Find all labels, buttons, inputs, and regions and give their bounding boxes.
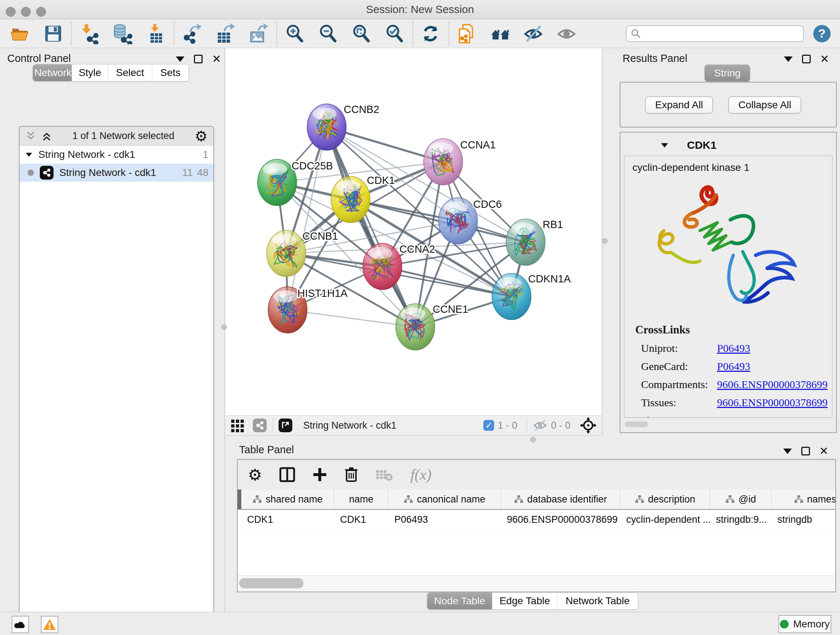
collapse-all-button[interactable]: Collapse All — [728, 96, 801, 114]
import-table-icon — [145, 23, 166, 44]
right-splitter-handle[interactable] — [602, 238, 607, 244]
results-hscroll-thumb[interactable] — [625, 421, 648, 427]
node-CDKN1A[interactable] — [492, 273, 531, 320]
hide-selected-button[interactable] — [523, 23, 544, 44]
cloud-status-button[interactable] — [11, 616, 29, 633]
node-CCNB1[interactable] — [267, 230, 306, 277]
detach-view-button[interactable] — [279, 418, 292, 432]
export-network-button[interactable] — [182, 23, 202, 44]
column-header-shared-name[interactable]: shared name — [241, 489, 334, 509]
crosslinks-title: CrossLinks — [635, 323, 832, 336]
node-RB1[interactable] — [506, 219, 545, 265]
tab-style[interactable]: Style — [72, 65, 108, 81]
expand-all-icon[interactable] — [41, 131, 52, 141]
node-CDC25B[interactable] — [257, 159, 297, 206]
network-node-count: 11 — [182, 167, 193, 179]
open-session-button[interactable] — [9, 23, 30, 44]
column-header-database-identifier[interactable]: database identifier — [501, 489, 621, 509]
network-graph[interactable]: CCNB2CCNA1CDC25BCDK1CDC6RB1CCNB1CCNA2CDK… — [225, 48, 602, 415]
show-all-button[interactable] — [556, 23, 577, 44]
network-row[interactable]: String Network - cdk1 11 48 — [19, 164, 213, 182]
expand-all-button[interactable]: Expand All — [645, 96, 713, 114]
fit-content-target-icon[interactable] — [580, 417, 597, 434]
table-panel-close-button[interactable]: ✕ — [819, 447, 829, 455]
left-splitter-handle[interactable] — [221, 325, 227, 330]
warnings-button[interactable] — [41, 616, 58, 633]
crosslink-genecard-link[interactable]: P06493 — [717, 360, 750, 372]
column-header-label: @id — [738, 494, 756, 505]
zoom-fit-button[interactable] — [351, 23, 372, 44]
show-columns-icon[interactable] — [279, 467, 295, 482]
column-header-description[interactable]: description — [621, 489, 710, 509]
node-CCNB2[interactable] — [307, 104, 346, 150]
table-row[interactable]: CDK1CDK1P064939606.ENSP00000378699cyclin… — [238, 510, 835, 530]
column-header-name[interactable]: name — [334, 489, 388, 509]
node-table-grid[interactable]: shared namenamecanonical namedatabase id… — [238, 489, 835, 570]
network-options-gear-icon[interactable]: ⚙ — [195, 128, 208, 144]
node-label-HIST1H1A: HIST1H1A — [297, 287, 347, 299]
control-panel-close-button[interactable]: ✕ — [212, 55, 221, 63]
node-CDC6[interactable] — [439, 198, 477, 244]
selected-checkbox-icon[interactable]: ✓ — [483, 420, 494, 431]
bottom-splitter-handle[interactable] — [531, 437, 536, 442]
node-CCNA1[interactable] — [424, 139, 463, 185]
control-panel-tabs: NetworkStyleSelectSets — [33, 64, 189, 81]
table-panel-menu-button[interactable] — [783, 448, 792, 454]
zoom-in-icon — [284, 23, 305, 44]
column-header-id[interactable]: @id — [710, 489, 772, 509]
table-panel-float-button[interactable] — [801, 447, 810, 455]
help-button[interactable]: ? — [813, 25, 831, 42]
control-panel-float-button[interactable] — [194, 55, 202, 63]
crosslink-pharos-link[interactable]: P06493 — [717, 415, 750, 418]
cell-description: cyclin-dependent ... — [621, 510, 710, 529]
zoom-selected-button[interactable] — [384, 23, 405, 44]
entry-title: CDK1 — [687, 139, 717, 151]
tab-network[interactable]: Network — [33, 65, 72, 81]
memory-button[interactable]: Memory — [778, 615, 831, 633]
node-CCNE1[interactable] — [396, 304, 435, 350]
import-network-file-button[interactable] — [79, 23, 100, 44]
export-image-button[interactable] — [248, 23, 269, 44]
network-view-canvas[interactable]: CCNB2CCNA1CDC25BCDK1CDC6RB1CCNB1CCNA2CDK… — [225, 48, 602, 415]
birdseye-grid-icon[interactable] — [231, 418, 245, 432]
refresh-view-button[interactable] — [420, 23, 441, 44]
string-badge-icon[interactable] — [253, 418, 267, 432]
save-session-button[interactable] — [43, 23, 64, 44]
tab-edge-table[interactable]: Edge Table — [493, 593, 557, 609]
first-neighbors-button[interactable] — [490, 23, 511, 44]
table-panel: Table Panel ✕ ⚙ — [225, 436, 840, 612]
network-collection-row[interactable]: String Network - cdk1 1 — [19, 146, 213, 164]
toolbar-search[interactable] — [626, 25, 804, 42]
tab-node-table[interactable]: Node Table — [427, 593, 493, 609]
collection-expand-icon[interactable] — [26, 153, 32, 157]
crosslink-compartments-link[interactable]: 9606.ENSP00000378699 — [717, 378, 828, 391]
table-options-gear-icon[interactable]: ⚙ — [248, 466, 262, 484]
column-header-namespace[interactable]: namespace — [772, 489, 835, 509]
node-CDK1[interactable] — [331, 176, 370, 223]
column-header-canonical-name[interactable]: canonical name — [388, 489, 501, 509]
delete-column-trash-icon[interactable] — [344, 467, 358, 483]
entry-collapse-icon[interactable] — [661, 143, 668, 147]
search-input[interactable] — [645, 27, 799, 40]
node-label-CDKN1A: CDKN1A — [528, 273, 571, 285]
zoom-in-button[interactable] — [284, 23, 305, 44]
add-column-icon[interactable] — [313, 467, 327, 482]
crosslink-uniprot-link[interactable]: P06493 — [717, 342, 750, 355]
results-panel-menu-button[interactable] — [784, 57, 793, 62]
import-table-file-button[interactable] — [145, 23, 166, 44]
tab-network-table[interactable]: Network Table — [557, 593, 638, 609]
import-network-database-button[interactable] — [112, 23, 133, 44]
control-panel-menu-button[interactable] — [176, 57, 185, 62]
clone-network-button[interactable] — [456, 23, 477, 44]
results-panel-close-button[interactable]: ✕ — [820, 55, 829, 63]
tab-string[interactable]: String — [705, 65, 750, 81]
table-hscroll-thumb[interactable] — [239, 578, 303, 588]
export-table-button[interactable] — [215, 23, 236, 44]
tab-select[interactable]: Select — [108, 65, 152, 81]
collapse-all-icon[interactable] — [25, 131, 36, 141]
results-panel-float-button[interactable] — [802, 55, 811, 63]
crosslink-tissues-link[interactable]: 9606.ENSP00000378699 — [717, 396, 828, 409]
zoom-out-button[interactable] — [317, 23, 339, 44]
tab-sets[interactable]: Sets — [152, 65, 188, 81]
node-CCNA2[interactable] — [363, 243, 402, 290]
